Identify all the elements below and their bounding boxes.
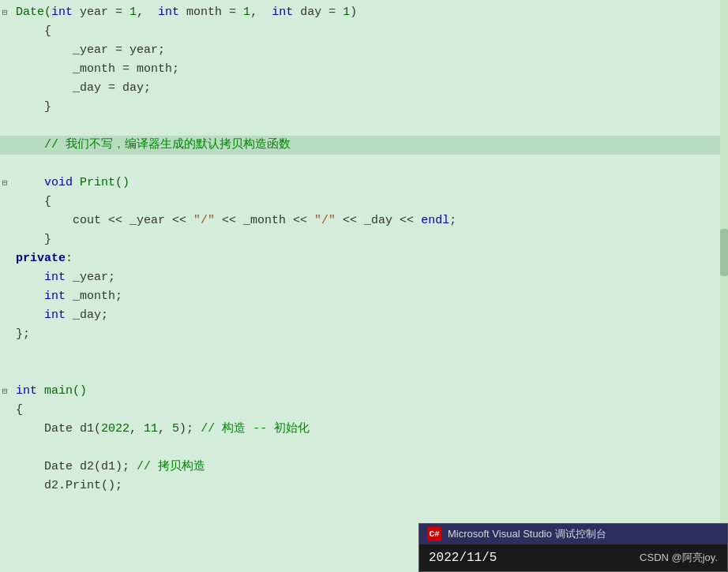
- code-line: {: [0, 401, 728, 420]
- code-line: _year = year;: [0, 41, 728, 60]
- code-text: int main(): [13, 382, 728, 401]
- code-line: _day = day;: [0, 79, 728, 98]
- code-text: [13, 117, 728, 136]
- code-text: [13, 344, 728, 363]
- code-line: int _year;: [0, 268, 728, 287]
- scrollbar-thumb[interactable]: [720, 229, 728, 276]
- code-line: d2.Print();: [0, 477, 728, 495]
- console-output-value: 2022/11/5: [429, 551, 497, 565]
- code-text: private:: [13, 249, 728, 268]
- code-text: _month = month;: [13, 60, 728, 79]
- code-line: {: [0, 22, 728, 41]
- code-text: {: [13, 22, 728, 41]
- code-line: ⊟ int main(): [0, 382, 728, 401]
- code-line: }: [0, 98, 728, 117]
- code-text: int _day;: [13, 306, 728, 325]
- console-icon: C#: [427, 527, 441, 541]
- fold-gutter[interactable]: ⊟: [0, 3, 9, 22]
- code-line: [0, 363, 728, 382]
- console-attribution: CSDN @阿亮joy.: [640, 551, 718, 565]
- code-content: ⊟ Date(int year = 1, int month = 1, int …: [0, 0, 728, 499]
- code-editor: ⊟ Date(int year = 1, int month = 1, int …: [0, 0, 728, 572]
- code-line: int _month;: [0, 287, 728, 306]
- code-text: cout << _year << "/" << _month << "/" <<…: [13, 211, 728, 230]
- code-line: int _day;: [0, 306, 728, 325]
- code-text: void Print(): [13, 174, 728, 193]
- code-text: Date d2(d1); // 拷贝构造: [13, 458, 728, 477]
- console-title-text: Microsoft Visual Studio 调试控制台: [448, 527, 606, 541]
- code-line: [0, 155, 728, 174]
- code-text: // 我们不写，编译器生成的默认拷贝构造函数: [13, 136, 728, 155]
- code-line: private:: [0, 249, 728, 268]
- code-line: {: [0, 193, 728, 211]
- code-line: }: [0, 230, 728, 249]
- code-text: }: [13, 98, 728, 117]
- code-line: [0, 344, 728, 363]
- fold-gutter[interactable]: ⊟: [0, 174, 9, 193]
- code-line: };: [0, 325, 728, 344]
- console-panel: C# Microsoft Visual Studio 调试控制台 2022/11…: [418, 523, 728, 572]
- code-line: ⊟ void Print(): [0, 174, 728, 193]
- code-line: Date d1(2022, 11, 5); // 构造 -- 初始化: [0, 420, 728, 439]
- code-line: ⊟ Date(int year = 1, int month = 1, int …: [0, 3, 728, 22]
- code-text: Date d1(2022, 11, 5); // 构造 -- 初始化: [13, 420, 728, 439]
- code-line: _month = month;: [0, 60, 728, 79]
- scrollbar-track[interactable]: [720, 0, 728, 572]
- code-text: _day = day;: [13, 79, 728, 98]
- code-text: [13, 363, 728, 382]
- code-text: d2.Print();: [13, 477, 728, 495]
- code-line: [0, 117, 728, 136]
- console-output: 2022/11/5 CSDN @阿亮joy.: [419, 544, 727, 571]
- code-line: Date d2(d1); // 拷贝构造: [0, 458, 728, 477]
- code-text: };: [13, 325, 728, 344]
- code-text: int _month;: [13, 287, 728, 306]
- code-text: [13, 439, 728, 458]
- code-text: {: [13, 193, 728, 211]
- code-line: [0, 439, 728, 458]
- fold-gutter[interactable]: ⊟: [0, 382, 9, 401]
- console-title-bar: C# Microsoft Visual Studio 调试控制台: [419, 524, 727, 544]
- code-text: }: [13, 230, 728, 249]
- code-text: int _year;: [13, 268, 728, 287]
- code-line: cout << _year << "/" << _month << "/" <<…: [0, 211, 728, 230]
- code-text: [13, 155, 728, 174]
- code-line-highlighted: // 我们不写，编译器生成的默认拷贝构造函数: [0, 136, 728, 155]
- code-text: _year = year;: [13, 41, 728, 60]
- code-text: Date(int year = 1, int month = 1, int da…: [13, 3, 728, 22]
- code-text: {: [13, 401, 728, 420]
